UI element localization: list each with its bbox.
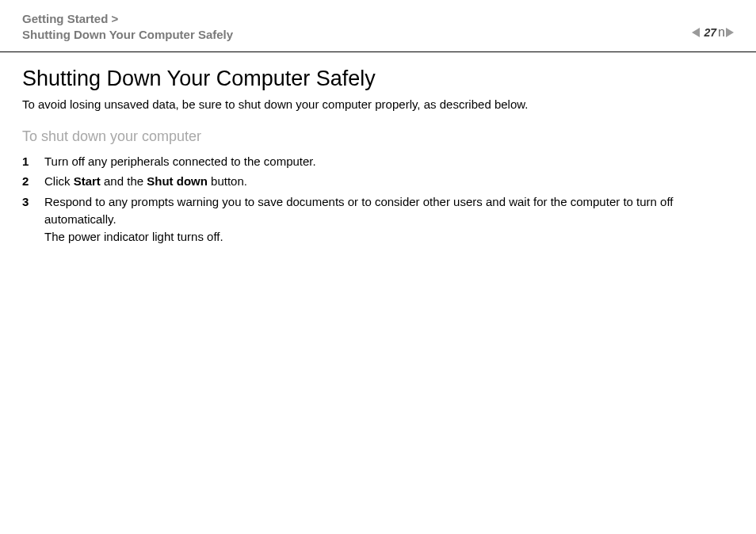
next-page-icon bbox=[726, 28, 734, 37]
page-number: 27 bbox=[704, 26, 717, 39]
page-content: Shutting Down Your Computer Safely To av… bbox=[0, 52, 756, 246]
breadcrumb-section: Getting Started > bbox=[22, 11, 233, 27]
step-number: 2 bbox=[22, 173, 44, 190]
next-page-button[interactable]: n bbox=[721, 25, 734, 40]
step-item: 2 Click Start and the Shut down button. bbox=[22, 173, 734, 190]
previous-page-icon[interactable] bbox=[692, 28, 700, 37]
step-text: Respond to any prompts warning you to sa… bbox=[44, 193, 734, 245]
subheading: To shut down your computer bbox=[22, 128, 734, 145]
steps-list: 1 Turn off any peripherals connected to … bbox=[22, 153, 734, 246]
page-header: Getting Started > Shutting Down Your Com… bbox=[0, 0, 756, 44]
breadcrumb-page: Shutting Down Your Computer Safely bbox=[22, 27, 233, 43]
step-item: 1 Turn off any peripherals connected to … bbox=[22, 153, 734, 170]
page-title: Shutting Down Your Computer Safely bbox=[22, 67, 734, 91]
step-item: 3 Respond to any prompts warning you to … bbox=[22, 193, 734, 245]
step-text: Click Start and the Shut down button. bbox=[44, 173, 247, 190]
document-page: Getting Started > Shutting Down Your Com… bbox=[0, 0, 756, 534]
step-text: Turn off any peripherals connected to th… bbox=[44, 153, 316, 170]
intro-paragraph: To avoid losing unsaved data, be sure to… bbox=[22, 97, 734, 111]
page-navigation: 27 n bbox=[692, 25, 734, 40]
step-number: 3 bbox=[22, 193, 44, 245]
step-number: 1 bbox=[22, 153, 44, 170]
n-line-text: n bbox=[718, 25, 726, 40]
breadcrumb: Getting Started > Shutting Down Your Com… bbox=[22, 11, 233, 44]
